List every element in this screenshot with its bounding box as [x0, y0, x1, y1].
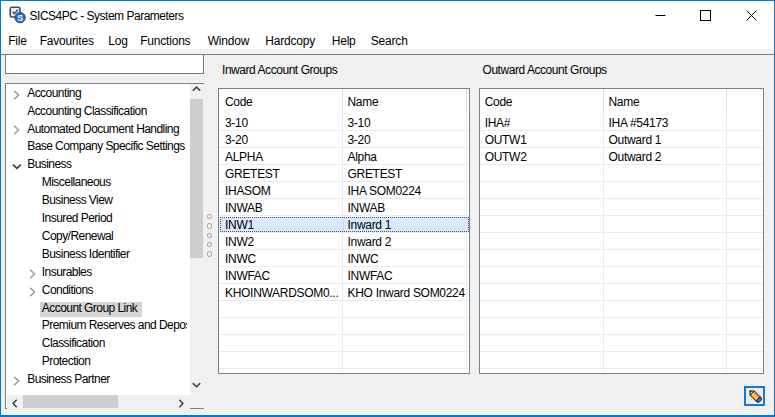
- svg-text:S: S: [17, 13, 23, 23]
